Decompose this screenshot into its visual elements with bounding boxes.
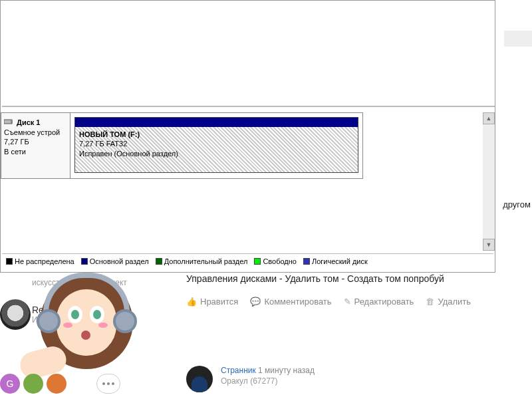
legend-unallocated: Не распределена bbox=[6, 257, 74, 265]
thumbs-up-icon: 👍 bbox=[186, 297, 197, 307]
legend-extended: Дополнительный раздел bbox=[156, 257, 248, 265]
delete-button[interactable]: 🗑 Удалить bbox=[426, 297, 471, 307]
scroll-up-button[interactable]: ▲ bbox=[483, 112, 495, 124]
volume-body: НОВЫЙ ТОМ (F:) 7,27 ГБ FAT32 Исправен (О… bbox=[75, 127, 358, 172]
vertical-scrollbar[interactable]: ▲ ▼ bbox=[483, 112, 495, 251]
legend-primary: Основной раздел bbox=[81, 257, 149, 265]
post-body: Управления дисками - Удалить том - Созда… bbox=[186, 273, 525, 286]
disk-info-panel[interactable]: Диск 1 Съемное устрой 7,27 ГБ В сети bbox=[1, 112, 70, 179]
disk-management-window: Диск 1 Съемное устрой 7,27 ГБ В сети НОВ… bbox=[0, 0, 495, 273]
badge-2[interactable] bbox=[23, 374, 43, 394]
edit-button[interactable]: ✎ Редактировать bbox=[344, 297, 414, 307]
comment-time: 1 минуту назад bbox=[258, 366, 315, 375]
volume-header-bar bbox=[75, 118, 358, 127]
comment-rank: Оракул (67277) bbox=[221, 376, 315, 386]
user2-avatar[interactable] bbox=[0, 299, 31, 330]
scroll-down-button[interactable]: ▼ bbox=[483, 239, 495, 251]
legend-free: Свободно bbox=[254, 257, 297, 265]
comment: Странник 1 минуту назад Оракул (67277) bbox=[186, 366, 315, 392]
disk-status: В сети bbox=[4, 148, 26, 156]
forum-area: искусственный интеллект Red Искусственны… bbox=[0, 273, 532, 399]
volume-name: НОВЫЙ ТОМ (F:) bbox=[79, 130, 354, 139]
comment-avatar[interactable] bbox=[186, 366, 213, 392]
comment-username[interactable]: Странник bbox=[221, 366, 256, 375]
partition-legend: Не распределена Основной раздел Дополнит… bbox=[2, 253, 493, 268]
like-button[interactable]: 👍 Нравится bbox=[186, 297, 238, 307]
volume-details: 7,27 ГБ FAT32 bbox=[79, 139, 354, 148]
sidebar-avatars: искусственный интеллект Red Искусственны… bbox=[0, 273, 153, 399]
side-text-fragment: другом bbox=[503, 200, 531, 209]
removable-disk-icon bbox=[4, 118, 13, 128]
disk-type: Съемное устрой bbox=[4, 128, 60, 136]
legend-logical: Логический диск bbox=[303, 257, 368, 265]
volume-block[interactable]: НОВЫЙ ТОМ (F:) 7,27 ГБ FAT32 Исправен (О… bbox=[74, 117, 358, 173]
svg-rect-1 bbox=[11, 120, 13, 123]
volume-list-pane[interactable] bbox=[2, 1, 495, 107]
partition-area: НОВЫЙ ТОМ (F:) 7,27 ГБ FAT32 Исправен (О… bbox=[70, 112, 363, 179]
right-side-strip bbox=[504, 31, 532, 47]
disk-row: Диск 1 Съемное устрой 7,27 ГБ В сети НОВ… bbox=[1, 112, 363, 179]
badge-3[interactable] bbox=[47, 374, 66, 394]
comment-icon: 💬 bbox=[250, 297, 261, 307]
badge-g[interactable]: G bbox=[0, 374, 20, 394]
comment-meta: Странник 1 минуту назад bbox=[221, 366, 315, 375]
volume-health: Исправен (Основной раздел) bbox=[79, 149, 354, 158]
comment-button[interactable]: 💬 Комментировать bbox=[250, 297, 331, 307]
trash-icon: 🗑 bbox=[426, 297, 434, 307]
disk-label: Диск 1 bbox=[17, 118, 40, 128]
post: Управления дисками - Удалить том - Созда… bbox=[186, 273, 525, 307]
post-actions: 👍 Нравится 💬 Комментировать ✎ Редактиров… bbox=[186, 297, 525, 307]
more-button[interactable] bbox=[96, 374, 120, 394]
disk-size: 7,27 ГБ bbox=[4, 138, 29, 146]
pencil-icon: ✎ bbox=[344, 297, 351, 307]
